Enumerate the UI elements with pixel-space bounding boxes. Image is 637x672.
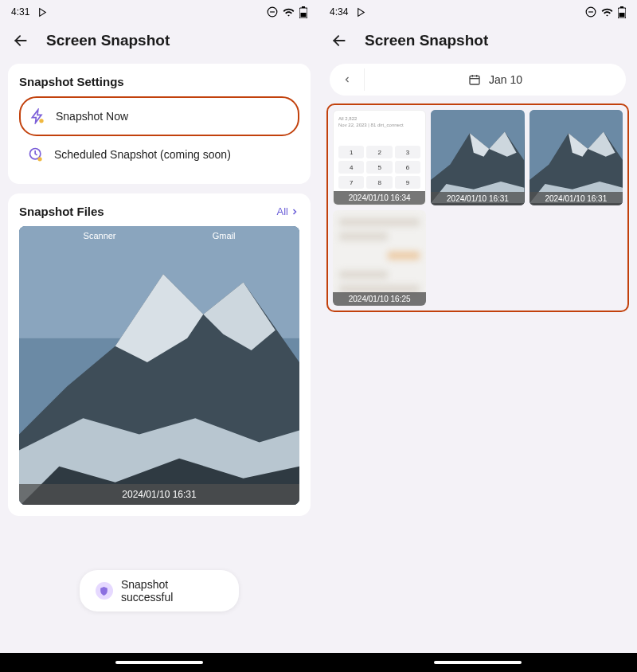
mountain-image	[530, 110, 623, 203]
svg-rect-4	[301, 13, 307, 18]
page-title: Screen Snapshot	[365, 32, 488, 49]
svg-point-8	[37, 157, 41, 161]
settings-title: Snapshot Settings	[19, 75, 299, 88]
app-header: Screen Snapshot	[0, 21, 318, 64]
dnd-icon	[267, 6, 278, 18]
nav-bar	[318, 653, 637, 672]
page-title: Screen Snapshot	[46, 32, 170, 49]
blurred-content	[339, 218, 420, 291]
keypad-icon: 123 456 789	[338, 146, 420, 189]
toast-shield-icon	[96, 582, 113, 600]
files-card: Snapshot Files All Scanner	[8, 193, 311, 516]
grid-timestamp: 2024/01/10 16:34	[334, 191, 425, 205]
phone-right: 4:34 Screen Snapshot Jan 10	[318, 0, 637, 672]
all-link[interactable]: All	[277, 205, 299, 217]
chevron-right-icon	[290, 207, 299, 217]
snapshot-now-row[interactable]: Snapshot Now	[19, 96, 299, 136]
snapshot-grid-item[interactable]: 2024/01/10 16:31	[431, 110, 524, 205]
thumb-timestamp: 2024/01/10 16:31	[19, 484, 299, 505]
keypad-header-text: All 2,822 Nov 22, 2023 | 81 dirt_connect	[338, 115, 404, 129]
toast-text: Snapshot successful	[121, 578, 223, 604]
scheduled-snapshot-row[interactable]: Scheduled Snapshot (coming soon)	[19, 136, 299, 173]
mountain-image	[19, 226, 299, 505]
snapshot-grid-item[interactable]: 2024/01/10 16:31	[530, 110, 623, 205]
play-store-icon	[356, 7, 366, 18]
status-time: 4:34	[330, 6, 348, 18]
dnd-icon	[585, 6, 596, 18]
settings-card: Snapshot Settings Snapshot Now Scheduled…	[8, 64, 311, 184]
date-picker-bar: Jan 10	[330, 64, 626, 96]
battery-icon	[618, 6, 626, 18]
clock-icon	[27, 146, 45, 163]
svg-point-6	[39, 119, 43, 123]
wifi-icon	[601, 6, 613, 18]
home-indicator[interactable]	[115, 661, 203, 664]
phone-left: 4:31 Screen Snapshot Snapshot Settings S…	[0, 0, 318, 672]
grid-timestamp: 2024/01/10 16:31	[530, 192, 623, 205]
svg-rect-22	[470, 76, 479, 84]
snapshot-grid-item[interactable]: 2024/01/10 16:25	[333, 210, 426, 306]
status-time: 4:31	[11, 6, 29, 18]
mountain-image	[431, 110, 524, 203]
snapshot-grid-highlighted: All 2,822 Nov 22, 2023 | 81 dirt_connect…	[326, 104, 629, 312]
svg-rect-20	[619, 13, 625, 18]
scheduled-label: Scheduled Snapshot (coming soon)	[54, 148, 231, 161]
files-title: Snapshot Files	[19, 205, 104, 218]
snapshot-grid-item[interactable]: All 2,822 Nov 22, 2023 | 81 dirt_connect…	[333, 110, 426, 205]
nav-bar	[0, 653, 318, 672]
home-indicator[interactable]	[434, 661, 522, 664]
play-store-icon	[37, 7, 48, 18]
back-button[interactable]	[331, 33, 347, 49]
battery-icon	[299, 6, 307, 18]
app-header: Screen Snapshot	[318, 21, 637, 64]
grid-timestamp: 2024/01/10 16:31	[431, 192, 524, 205]
prev-date-button[interactable]	[330, 68, 365, 91]
snapshot-now-label: Snapshot Now	[56, 110, 128, 123]
calendar-icon	[468, 73, 481, 86]
back-button[interactable]	[13, 33, 29, 49]
status-bar: 4:31	[0, 0, 318, 21]
date-display[interactable]: Jan 10	[365, 73, 626, 86]
wifi-icon	[283, 6, 295, 18]
grid-timestamp: 2024/01/10 16:25	[333, 292, 426, 306]
thumb-app-labels: Scanner Gmail	[19, 231, 299, 240]
toast: Snapshot successful	[80, 570, 239, 611]
lightning-icon	[29, 107, 46, 125]
status-bar: 4:34	[318, 0, 637, 21]
snapshot-thumbnail[interactable]: Scanner Gmail 2024/01/10 16:31	[19, 226, 299, 505]
